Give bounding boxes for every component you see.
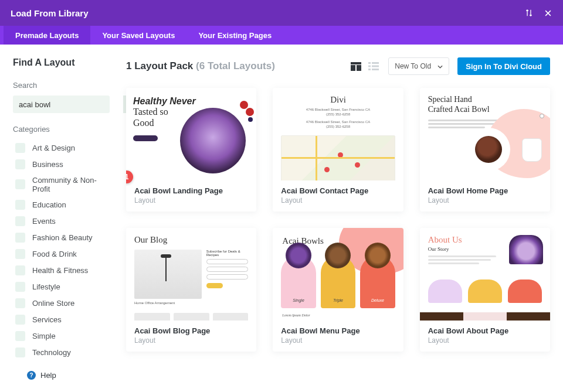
category-label: Art & Design (32, 144, 75, 152)
svg-rect-7 (368, 69, 371, 70)
card-subtitle: Layout (134, 196, 248, 204)
category-label: Lifestyle (32, 282, 60, 291)
category-label: Food & Drink (32, 250, 77, 258)
category-label: Simple (32, 332, 56, 340)
category-item[interactable]: Services (15, 311, 110, 328)
help-link[interactable]: ? Help (13, 371, 110, 380)
card-subtitle: Layout (428, 196, 542, 204)
category-label: Education (32, 200, 66, 209)
svg-rect-0 (351, 62, 361, 64)
modal-title: Load From Library (11, 8, 89, 18)
category-label: Health & Fitness (32, 266, 88, 275)
svg-rect-1 (351, 65, 355, 71)
card-title: Acai Bowl Home Page (428, 186, 542, 195)
search-input[interactable] (13, 100, 123, 109)
card-title: Acai Bowl About Page (428, 326, 542, 335)
layout-card[interactable]: Our BlogSubscribe for Deals & RecipesHom… (126, 228, 256, 352)
svg-rect-2 (357, 65, 361, 71)
checkbox-icon (15, 331, 25, 341)
list-view-icon[interactable] (367, 61, 380, 71)
layout-card[interactable]: About UsOur StoryAcai Bowl About PageLay… (420, 228, 550, 352)
card-subtitle: Layout (428, 336, 542, 345)
categories-label: Categories (13, 125, 110, 134)
category-item[interactable]: Technology (15, 344, 110, 360)
tab-premade-layouts[interactable]: Premade Layouts (4, 26, 90, 45)
sort-select[interactable]: New To Old (388, 57, 449, 75)
sign-in-button[interactable]: Sign In To Divi Cloud (457, 57, 550, 75)
category-item[interactable]: Community & Non-Profit (15, 172, 110, 196)
category-item[interactable]: Simple (15, 328, 110, 344)
category-label: Technology (32, 348, 71, 357)
category-item[interactable]: Fashion & Beauty (15, 229, 110, 246)
category-item[interactable]: Events (15, 213, 110, 229)
svg-rect-3 (368, 62, 371, 64)
checkbox-icon (15, 159, 25, 169)
card-title: Acai Bowl Menu Page (281, 326, 395, 335)
close-icon[interactable] (544, 9, 552, 18)
category-label: Business (32, 160, 63, 169)
svg-rect-5 (368, 66, 371, 67)
checkbox-icon (15, 200, 25, 210)
sort-select-value: New To Old (395, 62, 431, 70)
category-label: Community & Non-Profit (32, 176, 110, 193)
search-label: Search (13, 81, 110, 90)
card-title: Acai Bowl Landing Page (134, 186, 248, 195)
tab-existing-pages[interactable]: Your Existing Pages (186, 26, 283, 45)
svg-rect-4 (372, 62, 379, 64)
card-subtitle: Layout (134, 336, 248, 345)
category-label: Events (32, 217, 56, 226)
tab-bar: Premade Layouts Your Saved Layouts Your … (0, 26, 563, 45)
checkbox-icon (15, 233, 25, 243)
category-item[interactable]: Business (15, 156, 110, 172)
category-label: Services (32, 315, 62, 324)
help-label: Help (40, 371, 56, 380)
content-area: 1 Layout Pack (6 Total Layouts) New To O… (120, 45, 563, 392)
category-item[interactable]: Education (15, 196, 110, 213)
tab-saved-layouts[interactable]: Your Saved Layouts (90, 26, 186, 45)
card-title: Acai Bowl Blog Page (134, 326, 248, 335)
help-icon: ? (27, 371, 36, 380)
checkbox-icon (15, 143, 25, 153)
category-item[interactable]: Health & Fitness (15, 262, 110, 278)
category-label: Online Store (32, 299, 74, 308)
checkbox-icon (15, 216, 25, 226)
results-heading: 1 Layout Pack (6 Total Layouts) (126, 60, 275, 72)
svg-rect-6 (372, 66, 379, 67)
category-item[interactable]: Food & Drink (15, 246, 110, 262)
category-item[interactable]: Lifestyle (15, 278, 110, 295)
sidebar-title: Find A Layout (13, 57, 110, 68)
layout-card[interactable]: Divi4746 Blackwell Street, San Francisco… (273, 88, 403, 212)
checkbox-icon (15, 179, 25, 189)
chevron-down-icon (437, 62, 443, 70)
layout-card[interactable]: Special HandCrafted Acai BowlAcai Bowl H… (420, 88, 550, 212)
category-item[interactable]: Online Store (15, 295, 110, 311)
svg-rect-8 (372, 69, 379, 70)
category-label: Fashion & Beauty (32, 233, 93, 242)
card-subtitle: Layout (281, 196, 395, 204)
category-item[interactable]: Art & Design (15, 139, 110, 156)
grid-view-icon[interactable] (350, 61, 362, 71)
modal-header: Load From Library (0, 0, 563, 26)
card-title: Acai Bowl Contact Page (281, 186, 395, 195)
card-subtitle: Layout (281, 336, 395, 345)
checkbox-icon (15, 298, 25, 308)
checkbox-icon (15, 265, 25, 275)
layout-card[interactable]: Healthy NeverTasted soGoodAcai Bowl Land… (126, 88, 256, 212)
layout-card[interactable]: Acai BowlsSingleTripleDeluxeLorem Ipsum … (273, 228, 403, 352)
sort-arrows-icon[interactable] (525, 9, 533, 17)
sidebar: Find A Layout Search + Filter Categories… (0, 45, 120, 392)
checkbox-icon (15, 249, 25, 259)
checkbox-icon (15, 315, 25, 325)
checkbox-icon (15, 347, 25, 357)
checkbox-icon (15, 282, 25, 292)
